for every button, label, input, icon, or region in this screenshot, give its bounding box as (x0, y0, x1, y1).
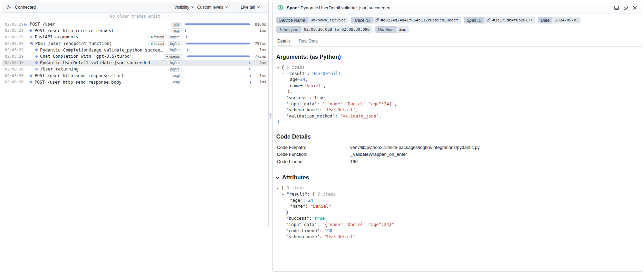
code-line: "name": "Daniel" (277, 203, 636, 209)
trace-row[interactable]: 02:08:29POST /user (endpoint_function)fa… (2, 40, 268, 47)
code-line: age=24, (277, 76, 636, 83)
trace-row-tags: asgi (171, 80, 182, 84)
trace-row[interactable]: 02:08:29POST /user http receive requesta… (2, 28, 268, 34)
badge-label: Time span (276, 26, 301, 33)
collapse-toggle-icon[interactable] (30, 42, 33, 45)
trace-row-timestamp: 02:08:29 (5, 41, 24, 46)
settings-gear-icon[interactable] (6, 4, 12, 10)
badge-label: Trace ID (351, 17, 372, 23)
trace-row[interactable]: 02:08:30POST /user http send response.bo… (2, 79, 268, 85)
trace-row-label-area: POST /user http receive request (24, 28, 168, 33)
trace-row-tags: logfire (168, 67, 182, 72)
tag-fastapi: fastapi (148, 41, 166, 46)
trace-row-tags: openai (164, 54, 182, 59)
tag-logfire: logfire (168, 48, 182, 52)
trace-row-label: POST /user http receive request (35, 28, 114, 33)
tab-details[interactable]: Details (277, 36, 291, 46)
custom-levels-label: Custom levels (197, 5, 223, 10)
code-details-table: Code Filepath:venv/lib/python3.12/site-p… (277, 144, 636, 166)
badge-label: Service Name (276, 17, 308, 23)
duration-bar (186, 43, 250, 45)
link-icon (375, 18, 379, 23)
trace-row[interactable]: 02:08:30POST /user http send response.st… (2, 73, 268, 79)
visibility-label: Visibility (174, 5, 189, 10)
trace-row[interactable]: 02:08:30/User returninglogfire (2, 66, 268, 73)
panel-resize-handle[interactable] (269, 113, 272, 119)
trace-row-timestamp: 02:08:29 (5, 48, 24, 52)
badge-date: Date2024-05-03 (538, 17, 581, 23)
badge-trace-id[interactable]: Trace ID#e8224d24d41f064b112c6eb9cb58cac… (351, 17, 461, 23)
badge-label: Date (538, 17, 552, 23)
trace-row-label: Pydantic UserDetail validate_json succee… (40, 60, 150, 65)
chevron-down-icon (191, 5, 194, 10)
trace-toolbar: Connected Visibility Custom levels Live … (2, 2, 268, 13)
trace-row[interactable]: 02:08:29Pydantic CompletionUsage validat… (2, 47, 268, 53)
no-older-traces-notice: No older traces exist (2, 13, 268, 20)
trace-row-tags: logfire (168, 60, 182, 65)
close-icon[interactable] (632, 5, 638, 11)
dock-panel-icon[interactable] (613, 4, 620, 11)
collapse-caret-icon[interactable] (277, 66, 279, 68)
badge-value[interactable]: #e8224d24d41f064b112c6eb9cb58cacf (373, 17, 461, 23)
collapse-toggle-icon[interactable] (24, 23, 27, 26)
trace-row[interactable]: 02:08:30Pydantic UserDetail validate_jso… (2, 60, 268, 66)
trace-row-timestamp: 02:08:29 (5, 28, 24, 33)
trace-row-timeline (185, 79, 250, 85)
code-line: ), (277, 88, 636, 95)
diamond-span-icon (35, 61, 38, 65)
trace-row-tags: asgi (171, 28, 182, 33)
chevron-down-icon (225, 5, 228, 10)
live-tail-label: Live tail (241, 5, 255, 10)
trace-row[interactable]: 02:08:29Chat Completion with 'gpt-3.5-tu… (2, 53, 268, 60)
trace-row-tags: fastapilogfire (148, 35, 182, 39)
live-tail-button[interactable]: Live tail (239, 5, 265, 10)
chevron-down-icon (257, 5, 260, 10)
duration-bar (250, 81, 251, 84)
trace-row-duration: 775ms (250, 54, 266, 59)
collapse-caret-icon[interactable] (282, 193, 284, 195)
span-detail-header: Span: Pydantic UserDetail validate_json … (273, 2, 642, 13)
badge-duration: Duration2ms (375, 26, 409, 33)
code-detail-label: Code Filepath: (277, 144, 350, 151)
trace-row-timeline (185, 66, 250, 73)
link-icon (487, 18, 491, 23)
trace-row-timestamp: 02:08:29 (5, 54, 24, 59)
attributes-heading: Attributes (276, 174, 636, 181)
code-line: } (277, 209, 636, 216)
collapse-chevron-icon[interactable] (276, 175, 279, 179)
code-line: 'schema_name': 'UserDetail', (277, 107, 636, 113)
badge-span-id[interactable]: Span ID#3e175db4f0b20177 (464, 17, 535, 23)
trace-row[interactable]: 02:08:29FastAPI argumentsfastapilogfire (2, 34, 268, 40)
code-line: "age": 24 (277, 197, 636, 204)
trace-row-timeline (185, 21, 250, 28)
trace-row-label-area: POST /user (endpoint_function) (24, 41, 146, 46)
tag-logfire: logfire (168, 60, 182, 65)
tab-raw-data[interactable]: Raw Data (298, 36, 318, 46)
diamond-span-icon (29, 81, 33, 84)
trace-panel: Connected Visibility Custom levels Live … (2, 2, 269, 227)
tag-asgi: asgi (171, 80, 182, 84)
duration-bar (186, 36, 187, 38)
collapse-caret-icon[interactable] (282, 72, 284, 75)
code-line: 'result': UserDetail( (277, 70, 636, 77)
diamond-span-icon (35, 55, 38, 58)
visibility-dropdown[interactable]: Visibility (174, 5, 194, 10)
badge-label: Span ID (464, 17, 484, 23)
copy-link-icon[interactable] (623, 4, 629, 11)
panel-divider (269, 2, 272, 227)
collapse-caret-icon[interactable] (277, 187, 279, 189)
arguments-code-block: { 5 items'result': UserDetail(age=24,nam… (277, 64, 636, 125)
duration-bar (185, 29, 186, 32)
trace-row[interactable]: 02:08:29POST /userasgi810ms (2, 21, 268, 28)
trace-row-timestamp: 02:08:30 (5, 67, 24, 72)
tag-logfire: logfire (168, 35, 182, 39)
trace-row-label-area: Pydantic UserDetail validate_json succee… (24, 60, 165, 65)
code-detail-label: Code Lineno: (277, 158, 350, 166)
toolbar-divider (233, 2, 233, 12)
badge-service-name: Service Nameunknown_service (276, 17, 348, 23)
trace-row-tags: asgi (171, 22, 182, 27)
custom-levels-dropdown[interactable]: Custom levels (197, 5, 228, 10)
badge-value[interactable]: #3e175db4f0b20177 (484, 17, 535, 23)
trace-row-label-area: FastAPI arguments (24, 35, 146, 39)
code-line: "success": true (277, 215, 636, 221)
